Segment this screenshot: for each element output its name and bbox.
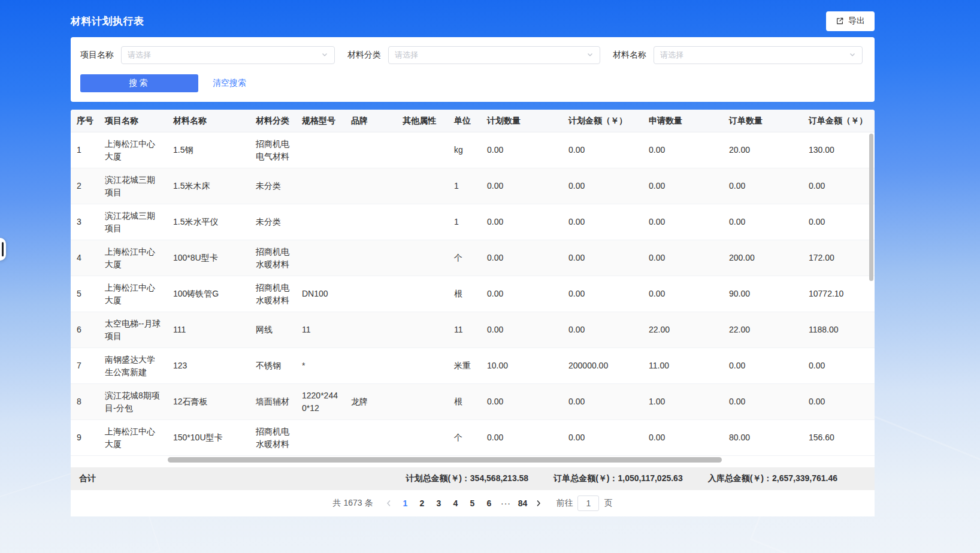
pager-goto: 前往 页: [556, 495, 612, 511]
material-name-placeholder: 请选择: [660, 50, 683, 61]
table-cell: [397, 182, 448, 191]
search-button[interactable]: 搜索: [80, 74, 198, 92]
summary-item: 订单总金额(￥)：1,050,117,025.63: [553, 473, 683, 484]
filter-field-material-name: 材料名称 请选择: [613, 46, 863, 64]
column-header: 申请数量: [643, 116, 723, 126]
pager-page[interactable]: 6: [480, 495, 497, 512]
side-drawer-handle[interactable]: [0, 238, 6, 261]
table-cell: 招商机电水暖材料: [250, 241, 296, 276]
export-button-label: 导出: [848, 16, 865, 26]
table-cell: 南钢盛达大学生公寓新建: [99, 349, 167, 383]
column-header: 材料分类: [250, 116, 296, 126]
table-cell: 龙牌: [345, 391, 397, 413]
total-count: 共 1673 条: [333, 498, 373, 509]
table-cell: [397, 361, 448, 371]
pager-next-icon[interactable]: [531, 495, 546, 512]
table-cell: 1.5钢: [167, 139, 250, 161]
table-cell: 招商机电水暖材料: [250, 421, 296, 455]
table-cell: 招商机电电气材料: [250, 133, 296, 168]
table-cell: 80.00: [723, 427, 803, 449]
table-cell: 200.00: [723, 247, 803, 269]
table-cell: 上海松江中心大厦: [99, 241, 167, 276]
table-row[interactable]: 3滨江花城三期项目1.5米水平仪未分类10.000.000.000.000.00: [71, 204, 875, 240]
table-cell: 0.00: [562, 283, 643, 305]
table-cell: 8: [71, 391, 99, 413]
table-cell: 11: [448, 319, 481, 341]
table-cell: DN100: [296, 283, 345, 305]
material-category-select[interactable]: 请选择: [388, 46, 600, 64]
column-header: 计划金额（￥）: [562, 116, 643, 126]
summary-item: 入库总金额(￥)：2,657,339,761.46: [708, 473, 837, 484]
table-cell: 100*8U型卡: [167, 247, 250, 269]
table-cell: 0.00: [803, 211, 875, 233]
pager-prev-icon[interactable]: [381, 495, 397, 512]
filter-field-project: 项目名称 请选择: [80, 46, 347, 64]
pager-page[interactable]: 3: [430, 495, 447, 512]
table-cell: [345, 361, 397, 371]
table-cell: 111: [167, 319, 250, 341]
table-cell: 0.00: [562, 139, 643, 161]
table-cell: [345, 182, 397, 191]
table-cell: 滨江花城三期项目: [99, 205, 167, 240]
table-cell: [345, 325, 397, 335]
table-cell: 130.00: [803, 139, 875, 161]
table-cell: 上海松江中心大厦: [99, 277, 167, 312]
table-cell: [397, 289, 448, 299]
table-row[interactable]: 2滨江花城三期项目1.5米木床未分类10.000.000.000.000.00: [71, 168, 875, 204]
table-cell: 太空电梯--月球项目: [99, 313, 167, 347]
table-row[interactable]: 7南钢盛达大学生公寓新建123不锈钢*米重10.00200000.0011.00…: [71, 348, 875, 384]
table-cell: 10772.10: [803, 283, 875, 305]
table-cell: 0.00: [481, 427, 562, 449]
material-name-label: 材料名称: [613, 50, 646, 61]
pager-page[interactable]: 1: [397, 495, 413, 512]
goto-suffix: 页: [604, 498, 612, 509]
table-cell: 123: [167, 355, 250, 377]
goto-page-input[interactable]: [577, 495, 599, 511]
table-cell: [296, 433, 345, 443]
table-cell: 滨江花城三期项目: [99, 169, 167, 204]
table-cell: 根: [448, 283, 481, 305]
pager-page[interactable]: 84: [514, 495, 531, 512]
material-name-select[interactable]: 请选择: [654, 46, 863, 64]
filter-panel: 项目名称 请选择 材料分类 请选择 材料名称: [71, 37, 875, 102]
export-button[interactable]: 导出: [826, 11, 875, 31]
table-cell: 156.60: [803, 427, 875, 449]
top-bar: 材料计划执行表 导出: [71, 10, 875, 32]
table-cell: 0.00: [643, 247, 723, 269]
pager-page[interactable]: 5: [464, 495, 480, 512]
table-cell: 22.00: [723, 319, 803, 341]
table-cell: [296, 146, 345, 155]
table-cell: 0.00: [562, 391, 643, 413]
filter-field-material-category: 材料分类 请选择: [347, 46, 613, 64]
horizontal-scrollbar[interactable]: [168, 457, 722, 463]
goto-label: 前往: [556, 498, 573, 509]
table-cell: 7: [71, 355, 99, 377]
table-cell: 个: [448, 247, 481, 269]
table-cell: 0.00: [562, 247, 643, 269]
table-cell: 0.00: [723, 355, 803, 377]
pager-page[interactable]: 2: [413, 495, 430, 512]
project-name-select[interactable]: 请选择: [121, 46, 335, 64]
table-cell: [345, 433, 397, 443]
table-row[interactable]: 5上海松江中心大厦100铸铁管G招商机电水暖材料DN100根0.000.000.…: [71, 276, 875, 312]
column-header: 单位: [448, 116, 481, 126]
table-cell: 1: [71, 139, 99, 161]
table-row[interactable]: 6太空电梯--月球项目111网线11110.000.0022.0022.0011…: [71, 312, 875, 348]
vertical-scrollbar[interactable]: [869, 134, 873, 281]
column-header: 其他属性: [397, 116, 448, 126]
clear-search-link[interactable]: 清空搜索: [213, 78, 246, 89]
chevron-down-icon: [849, 50, 856, 61]
table-row[interactable]: 8滨江花城8期项目-分包12石膏板墙面辅材1220*2440*12龙牌根0.00…: [71, 384, 875, 420]
page-title: 材料计划执行表: [71, 14, 144, 28]
summary-item: 计划总金额(￥)：354,568,213.58: [406, 473, 528, 484]
table-cell: 200000.00: [562, 355, 643, 377]
table-row[interactable]: 4上海松江中心大厦100*8U型卡招商机电水暖材料个0.000.000.0020…: [71, 240, 875, 276]
table-body: 1上海松江中心大厦1.5钢招商机电电气材料kg0.000.000.0020.00…: [71, 132, 875, 456]
table-cell: 0.00: [481, 211, 562, 233]
pager-page[interactable]: 4: [447, 495, 464, 512]
table-row[interactable]: 1上海松江中心大厦1.5钢招商机电电气材料kg0.000.000.0020.00…: [71, 132, 875, 168]
table-row[interactable]: 9上海松江中心大厦150*10U型卡招商机电水暖材料个0.000.000.008…: [71, 420, 875, 456]
table-cell: 0.00: [803, 391, 875, 413]
table-cell: 0.00: [481, 283, 562, 305]
pagination-bar: 共 1673 条 123456···84 前往 页: [71, 490, 875, 516]
